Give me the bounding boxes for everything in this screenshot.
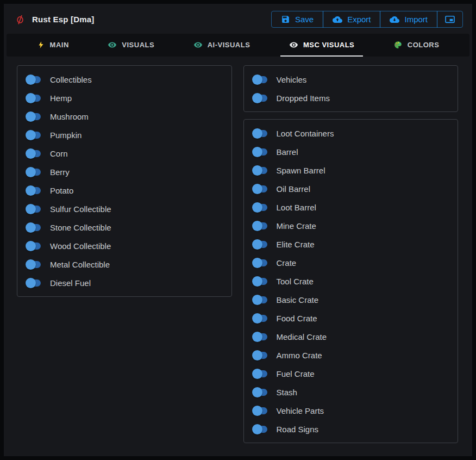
toggle-knob (26, 167, 36, 177)
toggle-row: Barrel (253, 142, 458, 161)
toggle-label: Dropped Items (277, 94, 330, 103)
toggle-switch[interactable] (27, 113, 41, 120)
tab-label: AI-VISUALS (208, 41, 250, 49)
toggle-knob (252, 387, 262, 397)
toggle-switch[interactable] (253, 241, 267, 248)
toggle-label: Elite Crate (277, 240, 315, 249)
toggle-label: Stone Collectible (50, 223, 111, 232)
toggle-switch[interactable] (27, 132, 41, 139)
toggle-label: Mine Crate (277, 221, 316, 231)
toggle-switch[interactable] (253, 148, 267, 156)
toggle-label: Loot Barrel (277, 203, 316, 212)
tab-label: MAIN (50, 41, 69, 49)
toggle-row: Loot Barrel (253, 198, 458, 216)
toggle-switch[interactable] (253, 130, 267, 137)
tab-ai-visuals[interactable]: AI-VISUALS (185, 34, 259, 57)
panel-world: Vehicles Dropped Items (243, 65, 459, 112)
toggle-label: Barrel (277, 147, 298, 157)
import-button[interactable]: Import (380, 11, 437, 28)
toggle-knob (252, 406, 262, 416)
toggle-row: Spawn Barrel (253, 161, 458, 179)
toggle-row: Elite Crate (253, 235, 458, 253)
toggle-label: Spawn Barrel (277, 166, 325, 175)
toggle-row: Diesel Fuel (27, 273, 231, 292)
toggle-switch[interactable] (253, 185, 267, 192)
toggle-switch[interactable] (253, 222, 267, 229)
save-button-label: Save (295, 15, 314, 24)
toggle-label: Ammo Crate (277, 351, 322, 360)
toggle-switch[interactable] (253, 389, 267, 396)
toggle-switch[interactable] (27, 224, 41, 231)
toggle-knob (252, 295, 262, 305)
toggle-row: Stash (253, 383, 458, 401)
toggle-knob (26, 259, 36, 270)
toggle-switch[interactable] (27, 169, 41, 176)
toggle-row: Tool Crate (253, 272, 458, 290)
toggle-label: Potato (50, 186, 73, 195)
toggle-knob (252, 332, 262, 342)
tab-msc-visuals[interactable]: MSC VISUALS (280, 34, 363, 57)
toggle-switch[interactable] (253, 278, 267, 285)
toggle-switch[interactable] (253, 426, 267, 433)
toggle-label: Fuel Crate (277, 369, 315, 378)
toggle-knob (26, 185, 36, 196)
toggle-knob (252, 184, 262, 194)
toggle-knob (252, 424, 262, 434)
toggle-row: Pumpkin (27, 126, 231, 144)
toggle-label: Road Signs (277, 425, 319, 434)
tab-colors[interactable]: COLORS (385, 34, 448, 57)
brand: Rust Esp [Dma] (15, 14, 94, 25)
toggle-switch[interactable] (27, 95, 41, 102)
toggle-row: Dropped Items (253, 89, 458, 107)
toggle-row: Hemp (27, 89, 231, 107)
toggle-switch[interactable] (27, 206, 41, 213)
toggle-switch[interactable] (27, 261, 41, 268)
export-button[interactable]: Export (323, 11, 380, 28)
toggle-switch[interactable] (27, 76, 41, 83)
toggle-switch[interactable] (253, 315, 267, 322)
toggle-label: Food Crate (277, 314, 317, 323)
toggle-switch[interactable] (27, 187, 41, 194)
toggle-switch[interactable] (27, 243, 41, 250)
eye-icon (108, 40, 117, 49)
toggle-switch[interactable] (253, 296, 267, 303)
toggle-row: Crate (253, 253, 458, 272)
save-button[interactable]: Save (271, 11, 323, 28)
toggle-row: Collectibles (27, 70, 231, 89)
toggle-row: Stone Collectible (27, 218, 231, 237)
tab-visuals[interactable]: VISUALS (99, 34, 163, 57)
toggle-knob (252, 202, 262, 213)
toggle-row: Wood Collectible (27, 237, 231, 255)
toggle-label: Basic Crate (277, 295, 319, 304)
header: Rust Esp [Dma] Save (4, 4, 472, 33)
toggle-switch[interactable] (253, 95, 267, 102)
toggle-label: Tool Crate (277, 277, 314, 286)
toggle-knob (26, 74, 36, 85)
palette-icon (393, 40, 403, 49)
toggle-knob (26, 130, 36, 140)
toggle-switch[interactable] (253, 259, 267, 266)
toggle-label: Mushroom (50, 112, 89, 121)
toggle-switch[interactable] (253, 407, 267, 414)
toggle-label: Pumpkin (50, 130, 82, 140)
panel-collectibles: Collectibles Hemp Mushroom (17, 65, 232, 297)
toggle-switch[interactable] (27, 279, 41, 287)
toggle-label: Medical Crate (277, 332, 327, 341)
toggle-knob (252, 165, 262, 176)
toggle-row: Loot Containers (253, 124, 458, 142)
tab-main[interactable]: MAIN (28, 34, 78, 57)
toggle-switch[interactable] (253, 333, 267, 340)
toggle-row: Berry (27, 163, 231, 181)
toggle-row: Corn (27, 144, 231, 163)
cloud-upload-icon (333, 15, 342, 24)
toggle-switch[interactable] (253, 76, 267, 83)
tab-bar: MAIN VISUALS (7, 34, 469, 57)
toggle-switch[interactable] (253, 167, 267, 174)
toggle-label: Vehicles (277, 75, 307, 84)
stream-proof-button[interactable] (437, 11, 463, 28)
toggle-switch[interactable] (253, 204, 267, 211)
toggle-switch[interactable] (253, 370, 267, 377)
toggle-label: Diesel Fuel (50, 278, 91, 288)
toggle-switch[interactable] (253, 352, 267, 359)
toggle-switch[interactable] (27, 150, 41, 157)
